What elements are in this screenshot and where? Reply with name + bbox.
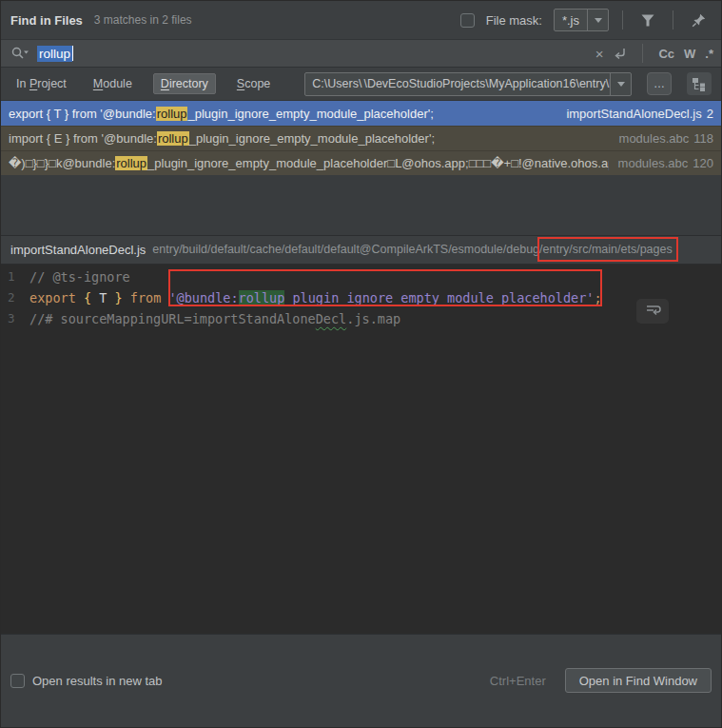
directory-path-value: C:\Users\\DevEcoStudioProjects\MyApplica… [305, 73, 610, 95]
result-location: importStandAloneDecl.js2 [556, 107, 713, 121]
scope-row: In Project Module Directory Scope C:\Use… [1, 68, 721, 101]
divider [673, 10, 673, 30]
match-highlight: rollup [157, 131, 189, 146]
shortcut-hint: Ctrl+Enter [490, 674, 546, 688]
filter-search-results-button[interactable] [636, 9, 659, 31]
file-mask-combobox[interactable]: *.js [554, 9, 609, 31]
result-line-number: 2 [707, 107, 713, 121]
preview-header: importStandAloneDecl.js entry/build/defa… [1, 235, 721, 265]
result-file: modules.abc [619, 131, 690, 146]
open-results-new-tab-checkbox[interactable] [10, 674, 25, 688]
search-input[interactable]: rollup [37, 46, 73, 62]
whole-words-toggle[interactable]: W [684, 47, 695, 61]
divider [642, 44, 643, 63]
pin-window-button[interactable] [687, 9, 710, 31]
find-in-files-dialog: Find in Files 3 matches in 2 files File … [0, 0, 722, 728]
line-number: 2 [1, 287, 24, 308]
result-location: modules.abc120 [609, 156, 713, 170]
result-line-number: 120 [693, 156, 713, 170]
line-number: 1 [1, 266, 24, 287]
scope-tab-scope[interactable]: Scope [231, 73, 276, 94]
browse-directory-button[interactable]: … [647, 72, 672, 95]
chevron-down-icon [617, 82, 625, 87]
code-line-1: 1 // @ts-ignore [1, 266, 721, 287]
match-highlight: rollup [115, 156, 147, 170]
annotation-box-path: entry/src/main/ets/pages [543, 243, 673, 256]
code-line-3: 3 //# sourceMappingURL=importStandAloneD… [1, 308, 721, 329]
results-empty-area [1, 175, 721, 235]
insert-newline-icon[interactable] [613, 48, 627, 60]
directory-path-combobox[interactable]: C:\Users\\DevEcoStudioProjects\MyApplica… [304, 72, 632, 96]
code-comment: //# sourceMappingURL=importStandAloneDec… [24, 308, 400, 329]
search-row: rollup × Cc W .* [1, 39, 721, 68]
editor-match-highlight: rollup [239, 290, 285, 305]
chevron-down-icon [595, 18, 602, 23]
preview-filename: importStandAloneDecl.js [10, 243, 146, 257]
match-case-toggle[interactable]: Cc [658, 47, 674, 61]
dialog-footer: Open results in new tab Ctrl+Enter Open … [1, 634, 721, 728]
result-location: modules.abc118 [610, 131, 713, 146]
directory-path-dropdown[interactable] [610, 73, 631, 95]
file-mask-label: File mask: [486, 13, 542, 28]
code-statement: export { T } from '@bundle:rollup_plugin… [24, 287, 602, 308]
open-in-find-window-button[interactable]: Open in Find Window [565, 668, 712, 693]
file-mask-checkbox[interactable] [460, 13, 475, 28]
code-comment: // @ts-ignore [24, 266, 130, 287]
open-results-new-tab-label: Open results in new tab [32, 674, 163, 688]
funnel-icon [641, 14, 654, 27]
scope-tab-module[interactable]: Module [88, 73, 138, 94]
match-summary: 3 matches in 2 files [94, 13, 192, 27]
scope-tab-directory[interactable]: Directory [153, 73, 216, 94]
folder-tree-icon [692, 77, 707, 91]
result-line-number: 118 [693, 131, 713, 146]
search-options: × Cc W .* [595, 44, 713, 63]
result-text: �)□}□}□k@bundle:rollup_plugin_ignore_emp… [9, 156, 609, 170]
soft-wrap-icon [645, 304, 661, 318]
project-structure-button[interactable] [687, 72, 712, 95]
code-preview-editor[interactable]: 1 // @ts-ignore 2 export { T } from '@bu… [1, 265, 721, 634]
result-text: import { E } from '@bundle:rollup_plugin… [9, 131, 435, 146]
result-file: modules.abc [618, 156, 689, 170]
result-text: export { T } from '@bundle:rollup_plugin… [9, 107, 434, 121]
result-row-2[interactable]: import { E } from '@bundle:rollup_plugin… [1, 126, 721, 150]
search-results-list: export { T } from '@bundle:rollup_plugin… [1, 101, 721, 175]
file-mask-dropdown[interactable] [587, 10, 608, 30]
dialog-title: Find in Files [10, 13, 83, 28]
soft-wrap-button[interactable] [636, 299, 669, 324]
file-mask-value: *.js [555, 10, 587, 30]
regex-toggle[interactable]: .* [705, 47, 713, 61]
result-file: importStandAloneDecl.js [566, 107, 701, 121]
text-caret [72, 46, 73, 61]
result-row-1[interactable]: export { T } from '@bundle:rollup_plugin… [1, 101, 721, 126]
clear-search-button[interactable]: × [595, 47, 604, 61]
preview-path: entry/build/default/cache/default/defaul… [152, 243, 672, 256]
match-highlight: rollup [156, 107, 188, 121]
pin-icon [692, 13, 706, 28]
spellcheck-squiggle: Decl [316, 311, 347, 326]
code-line-2: 2 export { T } from '@bundle:rollup_plug… [1, 287, 721, 308]
search-query-selected-text: rollup [37, 46, 72, 62]
result-row-3[interactable]: �)□}□}□k@bundle:rollup_plugin_ignore_emp… [1, 150, 721, 175]
search-icon[interactable] [10, 46, 29, 61]
scope-tab-in-project[interactable]: In Project [10, 73, 72, 94]
dialog-header: Find in Files 3 matches in 2 files File … [1, 1, 721, 39]
line-number: 3 [1, 308, 24, 329]
divider [622, 10, 623, 30]
